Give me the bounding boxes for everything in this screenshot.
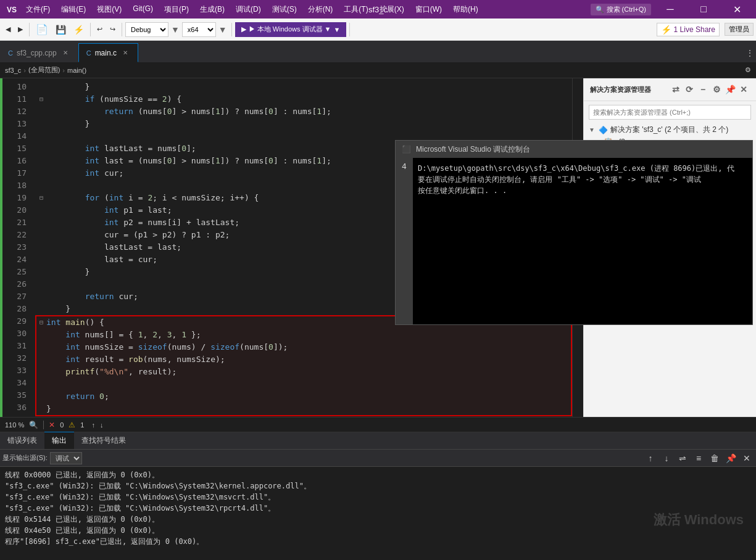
zoom-level[interactable]: 110 % bbox=[5, 421, 24, 429]
new-file-btn[interactable]: 📄 bbox=[33, 21, 51, 38]
save-btn[interactable]: 💾 bbox=[52, 21, 69, 38]
menu-item-v[interactable]: 视图(V) bbox=[92, 3, 127, 16]
sidebar-search-input[interactable] bbox=[589, 105, 751, 120]
breadcrumb-scope1[interactable]: sf3_c bbox=[5, 67, 21, 74]
debug-console-icon: ⬛ bbox=[402, 145, 411, 154]
tab-close-main-c[interactable]: ✕ bbox=[120, 48, 130, 58]
output-line: 线程 0x0000 已退出, 返回值为 0 (0x0)。 bbox=[5, 469, 751, 480]
code-text-16: int last = (nums[0] > nums[1]) ? nums[0]… bbox=[46, 155, 331, 167]
fold-marker-11[interactable]: ⊟ bbox=[36, 93, 46, 105]
sidebar-collapse-btn[interactable]: − bbox=[697, 83, 709, 96]
title-bar-right: 🔍 搜索 (Ctrl+Q) ─ □ ✕ bbox=[591, 0, 751, 19]
output-scroll-up-btn[interactable]: ↑ bbox=[644, 451, 657, 465]
platform-dropdown[interactable]: x64 bbox=[182, 22, 216, 37]
menu-item-d[interactable]: 调试(D) bbox=[231, 3, 266, 16]
output-tab-bar: 错误列表 输出 查找符号结果 bbox=[0, 432, 756, 450]
maximize-btn[interactable]: □ bbox=[689, 0, 718, 19]
menu-item-f[interactable]: 文件(F) bbox=[21, 3, 55, 16]
code-text-12: return (nums[0] > nums[1]) ? nums[0] : n… bbox=[46, 105, 331, 118]
forward-btn[interactable]: ▶ bbox=[15, 21, 26, 38]
menu-item-s[interactable]: 测试(S) bbox=[267, 3, 302, 16]
tab-find-results[interactable]: 查找符号结果 bbox=[74, 432, 133, 449]
code-text-20: int p1 = last; bbox=[46, 204, 172, 216]
output-toolbar: 显示输出源(S): 调试 ↑ ↓ ⇌ ≡ 🗑 📌 ✕ bbox=[0, 450, 756, 467]
output-line: 线程 0x4e50 已退出, 返回值为 0 (0x0)。 bbox=[5, 525, 751, 536]
output-pin-btn[interactable]: 📌 bbox=[724, 451, 737, 465]
tree-item-solution[interactable]: ▼ 🔷 解决方案 'sf3_c' (2 个项目、共 2 个) bbox=[584, 123, 756, 136]
main-content: 1011121314151617181920212223242526272829… bbox=[0, 78, 756, 417]
code-line-34 bbox=[35, 378, 572, 390]
arrow-up[interactable]: ↑ bbox=[91, 421, 95, 429]
search-box-title[interactable]: 🔍 搜索 (Ctrl+Q) bbox=[591, 4, 651, 15]
editor-breadcrumb: sf3_c › (全局范围) › main() ⚙ bbox=[0, 62, 756, 78]
vs-icon: VS bbox=[5, 3, 17, 15]
menu-item-b[interactable]: 生成(B) bbox=[195, 3, 230, 16]
code-text-13: } bbox=[46, 118, 89, 130]
fold-marker-29[interactable]: ⊟ bbox=[36, 316, 46, 329]
fold-marker-19[interactable]: ⊟ bbox=[36, 192, 46, 204]
toolbar-sep-2 bbox=[90, 23, 91, 36]
output-scroll-down-btn[interactable]: ↓ bbox=[660, 451, 673, 465]
undo-btn[interactable]: ↩ bbox=[94, 21, 106, 38]
status-sep-1 bbox=[43, 421, 44, 429]
code-text-21: int p2 = nums[i] + lastLast; bbox=[46, 216, 239, 229]
tab-label-sf3-cpp: sf3_cpp.cpp bbox=[17, 49, 57, 57]
tab-close-sf3-cpp[interactable]: ✕ bbox=[60, 48, 70, 58]
output-line: 程序"[8696] sf3_c.exe"已退出, 返回值为 0 (0x0)。 bbox=[5, 536, 751, 547]
menu-item-p[interactable]: 项目(P) bbox=[159, 3, 194, 16]
sidebar-sync-btn[interactable]: ⇄ bbox=[670, 83, 682, 96]
error-count-icon: ✕ bbox=[49, 421, 55, 429]
toolbar-sep-3 bbox=[122, 23, 122, 36]
menu-item-gitg[interactable]: Git(G) bbox=[128, 3, 158, 16]
manage-btn[interactable]: 管理员 bbox=[725, 23, 754, 36]
tab-error-list[interactable]: 错误列表 bbox=[0, 432, 44, 449]
output-close-btn[interactable]: ✕ bbox=[740, 451, 754, 465]
zoom-icon[interactable]: 🔍 bbox=[29, 421, 38, 429]
debug-console-text: D:\mysetup\gopath\src\dsy\sf3_c\x64\Debu… bbox=[418, 164, 734, 195]
output-panel: 错误列表 输出 查找符号结果 显示输出源(S): 调试 ↑ ↓ ⇌ ≡ 🗑 📌 … bbox=[0, 432, 756, 560]
line-numbers: 1011121314151617181920212223242526272829… bbox=[2, 78, 30, 417]
code-text-23: lastLast = last; bbox=[46, 241, 181, 253]
live-share-btn[interactable]: ⚡ 1 Live Share bbox=[657, 23, 720, 36]
sidebar-pin-btn[interactable]: 📌 bbox=[724, 83, 736, 96]
minimize-btn[interactable]: ─ bbox=[656, 0, 684, 19]
code-text-31: int numsSize = sizeof(nums) / sizeof(num… bbox=[46, 341, 288, 353]
sidebar-settings-btn[interactable]: ⚙ bbox=[710, 83, 723, 96]
redo-btn[interactable]: ↪ bbox=[107, 21, 118, 38]
code-line-36: } bbox=[35, 403, 572, 416]
arrow-down[interactable]: ↓ bbox=[100, 421, 104, 429]
run-debug-btn[interactable]: ▶ ▶ 本地 Windows 调试器 ▼ ▼ bbox=[235, 22, 347, 37]
output-clear-btn[interactable]: 🗑 bbox=[708, 451, 721, 465]
sidebar-close-btn[interactable]: ✕ bbox=[737, 83, 750, 96]
code-text-22: cur = (p1 > p2) ? p1 : p2; bbox=[46, 229, 230, 241]
close-btn[interactable]: ✕ bbox=[723, 0, 751, 19]
play-icon: ▶ bbox=[241, 25, 246, 33]
tab-main-c[interactable]: C main.c ✕ bbox=[78, 43, 138, 62]
output-line: "sf3_c.exe" (Win32): 已加载 "C:\Windows\Sys… bbox=[5, 492, 751, 503]
code-text-11: if (numsSize == 2) { bbox=[46, 93, 181, 105]
menu-item-e[interactable]: 编辑(E) bbox=[56, 3, 91, 16]
tab-overflow-btn[interactable]: ⋮ bbox=[744, 43, 756, 62]
sidebar-refresh-btn[interactable]: ⟳ bbox=[683, 83, 696, 96]
tab-sf3-cpp[interactable]: C sf3_cpp.cpp ✕ bbox=[0, 43, 78, 62]
breadcrumb-scope2[interactable]: (全局范围) bbox=[28, 65, 60, 75]
back-btn[interactable]: ◀ bbox=[2, 21, 14, 38]
debug-line-number: 4 bbox=[396, 158, 413, 324]
debug-console-title-label: Microsoft Visual Studio 调试控制台 bbox=[416, 144, 530, 155]
tab-output[interactable]: 输出 bbox=[44, 432, 74, 449]
save-all-btn[interactable]: ⚡ bbox=[70, 21, 87, 38]
menu-item-w[interactable]: 窗口(W) bbox=[410, 3, 447, 16]
output-indent-btn[interactable]: ≡ bbox=[692, 451, 705, 465]
breadcrumb-scope3[interactable]: main() bbox=[67, 67, 86, 74]
breadcrumb-settings[interactable]: ⚙ bbox=[745, 66, 751, 74]
menu-item-n[interactable]: 分析(N) bbox=[303, 3, 338, 16]
run-dropdown-icon: ▼ bbox=[333, 26, 340, 33]
menu-item-h[interactable]: 帮助(H) bbox=[448, 3, 483, 16]
output-word-wrap-btn[interactable]: ⇌ bbox=[676, 451, 689, 465]
search-icon: 🔍 bbox=[596, 6, 604, 14]
debug-console-content[interactable]: D:\mysetup\gopath\src\dsy\sf3_c\x64\Debu… bbox=[413, 158, 752, 324]
output-content[interactable]: 线程 0x0000 已退出, 返回值为 0 (0x0)。"sf3_c.exe" … bbox=[0, 467, 756, 560]
config-dropdown[interactable]: Debug bbox=[125, 22, 168, 37]
output-line: "sf3_c.exe" (Win32): 已加载 "C:\Windows\Sys… bbox=[5, 480, 751, 492]
output-source-select[interactable]: 调试 bbox=[50, 452, 82, 464]
